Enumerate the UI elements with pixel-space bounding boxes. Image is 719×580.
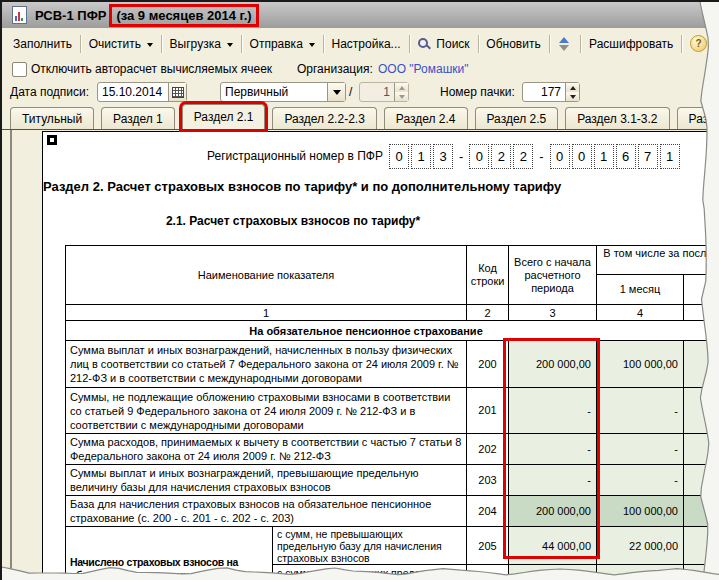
- toolbar-button-Отправка[interactable]: Отправка: [243, 34, 322, 54]
- reg-digit-cell[interactable]: 0: [572, 144, 592, 169]
- toolbar-button-label: Выгрузка: [170, 37, 221, 51]
- pack-number-stepper[interactable]: 177: [522, 82, 580, 102]
- toolbar-button-label: Заполнить: [13, 37, 72, 51]
- margin-divider: [10, 130, 12, 580]
- sign-date-input[interactable]: 15.10.2014: [97, 82, 187, 102]
- row-m2-201[interactable]: [684, 388, 719, 434]
- reg-digit-cell[interactable]: 7: [638, 144, 658, 169]
- row-m1-204[interactable]: 100 000,00: [597, 496, 684, 527]
- autocalc-checkbox[interactable]: [12, 62, 27, 77]
- correction-type-select[interactable]: Первичный: [220, 82, 346, 102]
- header-month-1: 1 месяц: [597, 275, 684, 305]
- toolbar-button-label: Поиск: [436, 37, 469, 51]
- group-m1-bottom[interactable]: [597, 565, 683, 580]
- search-icon: [417, 37, 431, 51]
- organization-value[interactable]: ООО "Ромашки": [378, 62, 469, 76]
- row-name-203: Суммы выплат и иных вознаграждений, прев…: [66, 465, 467, 496]
- reg-digit-cell[interactable]: 1: [594, 144, 614, 169]
- group-total-bottom[interactable]: [509, 565, 596, 580]
- toolbar-button-Выгрузка[interactable]: Выгрузка: [163, 34, 240, 54]
- section-heading: Раздел 2. Расчет страховых взносов по та…: [43, 179, 543, 194]
- group-total: 44 000,00: [509, 527, 597, 580]
- stepper-arrows-icon: [394, 83, 408, 101]
- slash-separator: /: [349, 85, 352, 99]
- group-label: Начислено страховых взносов на обязатель…: [66, 527, 273, 580]
- row-m2-200[interactable]: [684, 341, 719, 388]
- tab-Раздел 3.3-3.4[interactable]: Раздел 3.3-3.4: [677, 107, 719, 129]
- calendar-icon[interactable]: [168, 83, 186, 101]
- row-m2-203[interactable]: [684, 465, 719, 496]
- row-total-204[interactable]: 200 000,00: [509, 496, 597, 527]
- group-total-top[interactable]: 44 000,00: [509, 527, 596, 565]
- reg-digit-cell[interactable]: 0: [469, 144, 489, 169]
- tab-Титульный[interactable]: Титульный: [10, 107, 94, 129]
- row-total-201[interactable]: -: [509, 388, 597, 434]
- group-code: 205: [467, 527, 509, 580]
- tab-Раздел 1[interactable]: Раздел 1: [101, 107, 175, 129]
- reg-digit-cell[interactable]: 0: [550, 144, 570, 169]
- toolbar-button-Обновить[interactable]: Обновить: [479, 34, 547, 54]
- dropdown-arrow-icon: [309, 43, 315, 47]
- row-m1-202[interactable]: -: [597, 434, 684, 465]
- reg-digit-cell[interactable]: 2: [491, 144, 511, 169]
- group-split: Начислено страховых взносов на обязатель…: [66, 527, 466, 580]
- tab-Раздел 3.1-3.2[interactable]: Раздел 3.1-3.2: [565, 107, 669, 129]
- title-bar: РСВ-1 ПФР (за 9 месяцев 2014 г.): [2, 2, 719, 29]
- pack-number-label: Номер пачки:: [440, 85, 515, 99]
- tab-Раздел 2.2-2.3[interactable]: Раздел 2.2-2.3: [272, 107, 376, 129]
- reg-digit-cell[interactable]: 2: [513, 144, 533, 169]
- toolbar-separator: [478, 35, 479, 53]
- toolbar-button-Настройка...[interactable]: Настройка...: [325, 34, 408, 54]
- reg-number-dash: -: [539, 149, 543, 164]
- calculation-table: Наименование показателяКод строкиВсего с…: [65, 245, 719, 580]
- table-row-201: Суммы, не подлежащие обложению страховым…: [66, 388, 719, 434]
- toolbar-button-sort-icon[interactable]: [550, 33, 579, 55]
- toolbar-button-label: Расшифровать: [589, 37, 673, 51]
- row-total-200[interactable]: 200 000,00: [509, 341, 597, 388]
- group-m1-top[interactable]: 22 000,00: [597, 527, 683, 565]
- table-row-204: База для начисления страховых взносов на…: [66, 496, 719, 527]
- toolbar-button-help-icon[interactable]: [683, 32, 719, 55]
- group-subcolumn: с сумм, не превышающих предельную базу д…: [273, 527, 466, 580]
- group-m2-bottom[interactable]: [684, 565, 719, 580]
- row-total-203[interactable]: -: [509, 465, 597, 496]
- reg-digit-cell[interactable]: 6: [616, 144, 636, 169]
- toolbar-button-Поиск[interactable]: Поиск: [410, 34, 476, 54]
- row-total-202[interactable]: -: [509, 434, 597, 465]
- content-area: Регистрационный номер в ПФР 013-022-0016…: [2, 130, 719, 580]
- row-name-200: Сумма выплат и иных вознаграждений, начи…: [66, 341, 467, 388]
- toolbar-button-Расшифровать[interactable]: Расшифровать: [582, 34, 680, 54]
- tab-Раздел 2.5[interactable]: Раздел 2.5: [475, 107, 559, 129]
- group-m2-top[interactable]: [684, 527, 719, 565]
- reg-digit-cell[interactable]: 1: [411, 144, 431, 169]
- sign-date-label: Дата подписи:: [10, 85, 89, 99]
- row-m2-202[interactable]: [684, 434, 719, 465]
- pack-number-value: 177: [523, 85, 565, 99]
- tab-Раздел 2.1[interactable]: Раздел 2.1: [182, 104, 266, 129]
- column-number-2: 2: [467, 305, 509, 321]
- row-m2-204[interactable]: [684, 496, 719, 527]
- reg-digit-cell[interactable]: 3: [433, 144, 453, 169]
- row-code-201: 201: [467, 388, 509, 434]
- toolbar-button-Заполнить[interactable]: Заполнить: [6, 34, 79, 54]
- reg-digit-cell[interactable]: 1: [660, 144, 680, 169]
- window: РСВ-1 ПФР (за 9 месяцев 2014 г.) Заполни…: [0, 0, 719, 580]
- header-name: Наименование показателя: [66, 246, 467, 305]
- row-m1-200[interactable]: 100 000,00: [597, 341, 684, 388]
- reg-number-dash: -: [459, 149, 463, 164]
- stepper-arrows-icon[interactable]: [565, 83, 579, 101]
- toolbar-button-Очистить[interactable]: Очистить: [82, 34, 160, 54]
- tab-Раздел 2.4[interactable]: Раздел 2.4: [384, 107, 468, 129]
- chevron-down-icon[interactable]: [327, 83, 345, 101]
- reg-digit-cell[interactable]: 0: [389, 144, 409, 169]
- table-row-200: Сумма выплат и иных вознаграждений, начи…: [66, 341, 719, 388]
- row-m1-201[interactable]: -: [597, 388, 684, 434]
- row-m1-203[interactable]: -: [597, 465, 684, 496]
- group-code-bottom: [467, 565, 508, 580]
- table-row-203: Суммы выплат и иных вознаграждений, прев…: [66, 465, 719, 496]
- row-name-204: База для начисления страховых взносов на…: [66, 496, 467, 527]
- toolbar-separator: [549, 35, 550, 53]
- correction-type-value: Первичный: [221, 85, 327, 99]
- dropdown-arrow-icon: [227, 43, 233, 47]
- section-header-row: На обязательное пенсионное страхование: [66, 321, 719, 341]
